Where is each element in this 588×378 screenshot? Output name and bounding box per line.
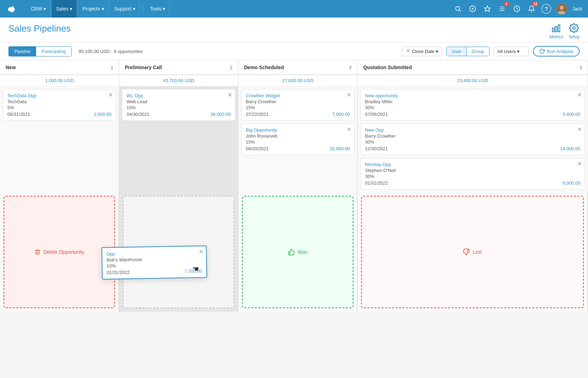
nav-tools[interactable]: Tools ▾ — [146, 0, 170, 18]
card-company: Barry Crowther — [246, 99, 350, 104]
lost-zone-label: Lost — [473, 249, 482, 255]
won-zone-label: Won — [298, 249, 308, 255]
search-icon[interactable] — [453, 4, 463, 14]
card-title[interactable]: New Opp — [365, 127, 580, 133]
card-date: 12/30/2021 — [365, 146, 388, 151]
run-analysis-button[interactable]: Run Analysis — [533, 46, 580, 57]
column-demo-title: Demo Scheduled — [244, 65, 349, 70]
nav-separator — [143, 4, 143, 14]
card-probability: 10% — [127, 105, 231, 110]
card-title[interactable]: WL Opp — [127, 93, 231, 98]
nav-projects[interactable]: Projects ▾ — [78, 0, 109, 18]
user-name[interactable]: Jack — [572, 6, 582, 12]
delete-zone[interactable]: Delete Opportunity — [0, 192, 119, 312]
drag-cursor-icon: ☚ — [192, 265, 199, 274]
column-preliminary-amount: 43,700.00 USD — [119, 75, 238, 86]
setup-button[interactable]: Setup — [569, 23, 580, 39]
nav-sales[interactable]: Sales ▾ — [52, 0, 77, 18]
user-toggle[interactable]: User — [447, 47, 466, 56]
app-logo[interactable] — [6, 4, 21, 14]
column-demo-count: 2 — [349, 65, 352, 70]
card-newopp2[interactable]: ✕ New Opp Barry Crowther 30% 12/30/2021 … — [360, 124, 585, 155]
column-new-title: New — [6, 65, 111, 70]
card-techdata[interactable]: ✕ TechData Opp TechData 5% 08/31/2021 1,… — [3, 89, 116, 121]
floating-drag-card[interactable]: ✕ Opp Bob's Warehouse 10% 01/31/2022 7,7… — [102, 246, 207, 279]
pipeline-summary: 95,100.00 USD - 8 opportunties — [79, 49, 143, 54]
floating-card-close-icon[interactable]: ✕ — [198, 249, 203, 255]
nav-support[interactable]: Support ▾ — [110, 0, 140, 18]
top-navigation: CRM ▾ Sales ▾ Projects ▾ Support ▾ Tools… — [0, 0, 588, 18]
svg-rect-10 — [555, 26, 557, 32]
floating-card-date: 01/31/2022 — [107, 270, 129, 275]
card-close-icon[interactable]: ✕ — [577, 92, 582, 98]
column-preliminary-cards: ✕ WL Opp Web Lead 10% 04/30/2021 36,000.… — [119, 86, 238, 192]
card-amount: 36,000.00 — [210, 112, 231, 117]
star-icon[interactable] — [482, 4, 492, 14]
card-title[interactable]: TechData Opp — [7, 93, 111, 98]
card-probability: 5% — [7, 105, 111, 110]
card-close-icon[interactable]: ✕ — [228, 92, 232, 98]
column-preliminary-count: 2 — [230, 65, 232, 70]
card-newopp[interactable]: ✕ New opportunity Bradley Miller 30% 07/… — [360, 89, 585, 121]
column-quotation-header: Quotation Submitted 3 — [358, 60, 588, 75]
won-zone[interactable]: Won — [238, 192, 357, 312]
bell-icon[interactable]: 18 — [527, 4, 536, 14]
card-date: 07/22/2021 — [246, 112, 269, 117]
card-date: 04/30/2021 — [127, 112, 149, 117]
column-quotation-cards: ✕ New opportunity Bradley Miller 30% 07/… — [358, 86, 588, 192]
card-bigopp[interactable]: ✕ Big Opportunity John Roosevelt 15% 08/… — [241, 124, 354, 155]
card-probability: 30% — [365, 105, 580, 110]
user-group-toggle: User Group — [446, 47, 489, 56]
page-header: Sales Pipelines Metrics Setup — [0, 18, 588, 42]
card-close-icon[interactable]: ✕ — [577, 161, 582, 167]
card-wlopp[interactable]: ✕ WL Opp Web Lead 10% 04/30/2021 36,000.… — [122, 89, 235, 121]
tab-forecasting[interactable]: Forecasting — [36, 47, 71, 56]
column-new-amount: 1,000.00 USD — [0, 75, 119, 86]
card-title[interactable]: New opportunity — [365, 93, 580, 98]
add-icon[interactable] — [468, 4, 478, 14]
column-preliminary-title: Preliminary Call — [125, 65, 230, 70]
card-close-icon[interactable]: ✕ — [347, 92, 351, 98]
lost-zone[interactable]: Lost — [358, 192, 588, 312]
card-probability: 30% — [365, 139, 580, 145]
page-title: Sales Pipelines — [8, 23, 549, 34]
card-amount: 7,000.00 — [332, 112, 350, 117]
svg-marker-5 — [485, 6, 491, 12]
card-title[interactable]: Big Opportunity — [246, 127, 350, 133]
floating-card-probability: 10% — [107, 262, 202, 269]
card-crowther[interactable]: ✕ Crowther Widget Barry Crowther 15% 07/… — [241, 89, 354, 121]
group-toggle[interactable]: Group — [467, 47, 489, 56]
card-company: TechData — [7, 99, 111, 104]
delete-zone-label: Delete Opportunity — [43, 249, 85, 255]
card-company: Barry Crowther — [365, 133, 580, 139]
column-new-header: New 1 — [0, 60, 119, 75]
topnav-right: 2 18 ? Jack — [453, 3, 582, 14]
card-close-icon[interactable]: ✕ — [577, 127, 582, 132]
column-demo-header: Demo Scheduled 2 — [238, 60, 357, 75]
all-users-dropdown[interactable]: All Users ▾ — [494, 47, 529, 56]
card-date: 08/20/2021 — [246, 146, 269, 151]
card-close-icon[interactable]: ✕ — [347, 127, 351, 132]
card-mondayopp[interactable]: ✕ Monday Opp Stephen O'Neil 30% 01/31/20… — [360, 158, 585, 190]
card-amount: 1,000.00 — [94, 112, 111, 117]
column-quotation: Quotation Submitted 3 23,400.00 USD ✕ Ne… — [358, 60, 588, 312]
list-icon[interactable]: 2 — [497, 4, 507, 14]
avatar[interactable] — [556, 3, 567, 14]
header-actions: Metrics Setup — [549, 23, 580, 39]
tab-pipeline[interactable]: Pipeline — [9, 47, 36, 56]
card-date: 01/31/2022 — [365, 180, 388, 186]
sort-button[interactable]: Close Date ▾ — [402, 47, 442, 56]
nav-crm[interactable]: CRM ▾ — [27, 0, 50, 18]
card-title[interactable]: Monday Opp — [365, 162, 580, 167]
svg-point-3 — [456, 6, 460, 11]
help-icon[interactable]: ? — [541, 4, 551, 14]
card-probability: 15% — [246, 105, 350, 110]
metrics-button[interactable]: Metrics — [549, 23, 563, 39]
card-title[interactable]: Crowther Widget — [246, 93, 350, 98]
card-company: John Roosevelt — [246, 133, 350, 139]
toolbar: Pipeline Forecasting 95,100.00 USD - 8 o… — [0, 42, 588, 60]
card-date: 08/31/2021 — [7, 112, 30, 117]
clock-icon[interactable] — [512, 4, 522, 14]
card-probability: 30% — [365, 174, 580, 179]
card-close-icon[interactable]: ✕ — [108, 92, 113, 98]
